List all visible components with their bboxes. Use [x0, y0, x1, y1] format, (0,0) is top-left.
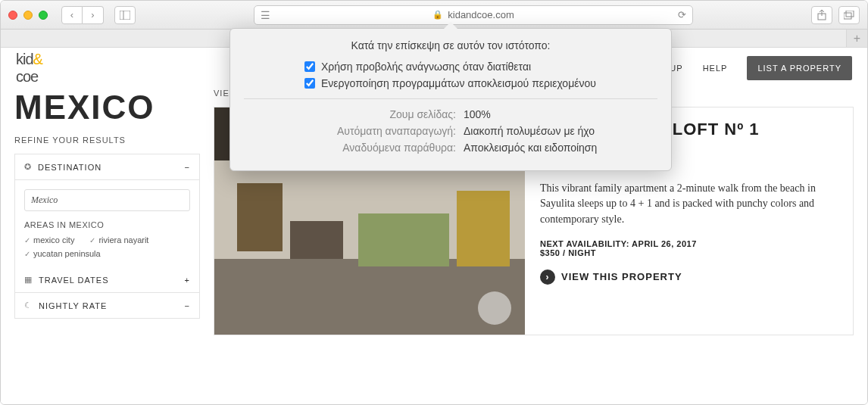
listing-price: $350 / NIGHT [540, 248, 838, 257]
destination-input[interactable] [24, 189, 190, 211]
collapse-icon: − [185, 163, 190, 172]
browser-titlebar: ‹ › ☰ 🔒 kidandcoe.com ⟳ [1, 1, 867, 30]
svg-rect-10 [237, 183, 283, 251]
svg-rect-4 [844, 13, 851, 19]
site-logo[interactable]: kid&coe [16, 51, 42, 86]
autoplay-row[interactable]: Αυτόματη αναπαραγωγή: Διακοπή πολυμέσων … [244, 125, 657, 137]
calendar-icon: ▦ [24, 275, 33, 285]
filter-nightly-rate-header[interactable]: ☾NIGHTLY RATE − [15, 293, 199, 318]
filter-destination-header[interactable]: ✪DESTINATION − [15, 154, 199, 180]
svg-rect-5 [846, 11, 854, 17]
check-icon: ✓ [24, 250, 30, 258]
svg-rect-12 [358, 213, 449, 266]
reload-icon[interactable]: ⟳ [678, 9, 686, 20]
listing-availability: NEXT AVAILABILITY: APRIL 26, 2017 [540, 239, 838, 248]
arrow-right-icon: › [540, 269, 555, 285]
svg-rect-9 [214, 259, 525, 335]
filter-travel-dates-header[interactable]: ▦TRAVEL DATES + [15, 267, 199, 293]
expand-icon: + [185, 276, 190, 285]
moon-icon: ☾ [24, 301, 33, 310]
content-blockers-checkbox[interactable] [304, 78, 315, 89]
zoom-row[interactable]: Ζουμ σελίδας: 100% [244, 108, 657, 120]
popover-title: Κατά την επίσκεψη σε αυτόν τον ιστότοπο: [244, 39, 657, 51]
svg-rect-13 [457, 191, 510, 266]
refine-label: REFINE YOUR RESULTS [14, 136, 200, 145]
reader-icon[interactable]: ☰ [261, 9, 270, 21]
area-item[interactable]: ✓mexico city [24, 235, 74, 245]
address-url: kidandcoe.com [448, 9, 514, 20]
content-blockers-checkbox-row[interactable]: Ενεργοποίηση προγραμμάτων αποκλεισμού πε… [304, 77, 657, 89]
lock-icon: 🔒 [432, 10, 443, 20]
globe-icon: ✪ [24, 162, 32, 172]
reader-view-checkbox-row[interactable]: Χρήση προβολής ανάγνωσης όταν διατίθεται [304, 61, 657, 73]
divider [244, 98, 657, 99]
address-bar[interactable]: ☰ 🔒 kidandcoe.com ⟳ [254, 5, 693, 25]
fullscreen-window-button[interactable] [39, 11, 48, 20]
reader-view-checkbox[interactable] [304, 61, 315, 72]
check-icon: ✓ [24, 236, 30, 245]
area-item[interactable]: ✓yucatan peninsula [24, 249, 101, 258]
close-window-button[interactable] [8, 11, 17, 20]
popups-row[interactable]: Αναδυόμενα παράθυρα: Αποκλεισμός και ειδ… [244, 142, 657, 154]
sidebar-toggle-button[interactable] [114, 6, 136, 24]
new-tab-button[interactable]: + [846, 30, 867, 47]
window-controls [8, 11, 48, 20]
check-icon: ✓ [89, 236, 95, 245]
help-link[interactable]: HELP [703, 64, 728, 73]
tabs-button[interactable] [838, 6, 860, 24]
area-item[interactable]: ✓riviera nayarit [89, 235, 148, 245]
svg-rect-0 [120, 11, 130, 20]
view-property-link[interactable]: › VIEW THIS PROPERTY [540, 269, 838, 285]
collapse-icon: − [185, 301, 190, 310]
site-settings-popover: Κατά την επίσκεψη σε αυτόν τον ιστότοπο:… [229, 28, 672, 171]
list-property-button[interactable]: LIST A PROPERTY [747, 56, 852, 80]
listing-description: This vibrant family apartment a 2-minute… [540, 181, 838, 227]
forward-button[interactable]: › [83, 6, 104, 24]
minimize-window-button[interactable] [23, 11, 33, 20]
areas-title: AREAS IN MEXICO [24, 220, 190, 229]
back-button[interactable]: ‹ [61, 6, 83, 24]
svg-rect-11 [290, 221, 343, 259]
svg-point-14 [478, 291, 511, 325]
page-title: MEXICO [14, 89, 200, 126]
share-button[interactable] [811, 6, 832, 24]
